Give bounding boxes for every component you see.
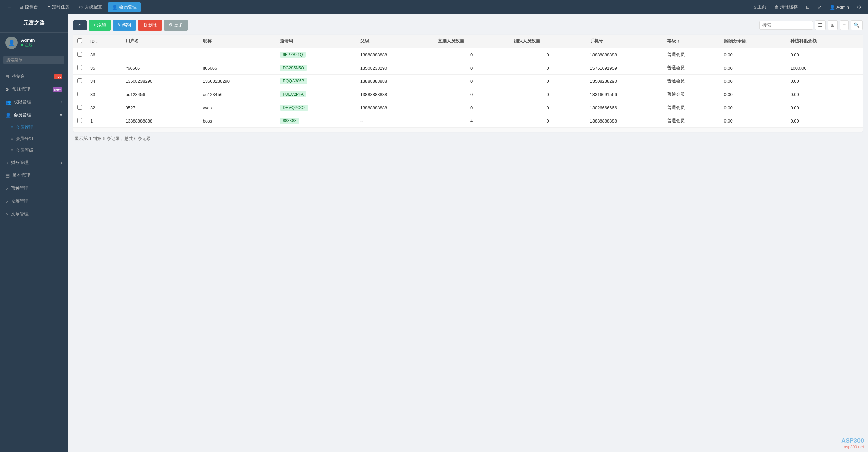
cell-id: 35 [86, 61, 121, 75]
add-button[interactable]: + 添加 [89, 20, 111, 31]
sidebar-item-dashboard[interactable]: ⊞ 控制台 hot [0, 70, 68, 83]
sidebar-subitem-member-level[interactable]: 会员等级 [0, 145, 68, 156]
icon1-button[interactable]: ⊡ [803, 3, 812, 11]
circle-icon [11, 149, 13, 151]
top-nav: ≡ ⊞ 控制台 ≡ 定时任务 ⚙ 系统配置 👤 会员管理 ⌂ 主页 🗑 清除缓存… [0, 0, 868, 14]
cell-username: 9527 [121, 101, 199, 114]
article-menu-icon: ○ [5, 212, 8, 217]
home-link[interactable]: ⌂ 主页 [751, 3, 769, 12]
more-button[interactable]: ⚙ 更多 [164, 20, 188, 31]
nav-member[interactable]: 👤 会员管理 [108, 2, 141, 12]
horizontal-scrollbar[interactable] [73, 128, 863, 132]
cell-phone: 13316691566 [586, 88, 663, 101]
clear-cache-button[interactable]: 🗑 清除缓存 [772, 3, 800, 12]
version-menu-icon: ▤ [5, 173, 10, 178]
cell-direct: 0 [434, 75, 510, 88]
sidebar-menu: ⊞ 控制台 hot ⚙ 常规管理 new 👥 权限管理 › 👤 会员管理 ∨ [0, 67, 68, 452]
chevron-right-icon: › [61, 186, 62, 190]
cell-plant-balance: 0.00 [786, 114, 863, 128]
sidebar-item-finance[interactable]: ○ 财务管理 › [0, 156, 68, 169]
cell-id: 32 [86, 101, 121, 114]
cell-parent: 13888888888 [356, 101, 434, 114]
cell-username: lf66666 [121, 61, 199, 75]
cell-level: 普通会员 [663, 75, 720, 88]
watermark-line1: ASP300 [841, 437, 864, 445]
invite-code-badge: RQQA386B [280, 78, 307, 84]
cell-team: 0 [510, 75, 586, 88]
row-checkbox[interactable] [77, 65, 82, 70]
sidebar-item-label: 会员管理 [14, 112, 31, 118]
col-shop-balance: 购物分余额 [720, 35, 787, 48]
sidebar-search-box [0, 53, 68, 67]
col-plant-balance: 种植补贴余额 [786, 35, 863, 48]
table-row: 32 9527 yyds DHVQPCO2 13888888888 0 0 13… [73, 101, 863, 114]
search-button[interactable]: 🔍 [851, 20, 863, 30]
cell-level: 普通会员 [663, 101, 720, 114]
col-invite-code: 邀请码 [276, 35, 356, 48]
invite-code-badge: DG285N5O [280, 65, 307, 71]
table-row: 36 9FP7B21Q 13888888888 0 0 18888888888 … [73, 48, 863, 61]
cell-plant-balance: 1000.00 [786, 61, 863, 75]
row-checkbox[interactable] [77, 92, 82, 96]
list-view-button[interactable]: ☰ [815, 20, 826, 30]
select-all-checkbox[interactable] [77, 38, 82, 43]
sidebar-item-label: 控制台 [12, 73, 25, 79]
sidebar-item-permission[interactable]: 👥 权限管理 › [0, 96, 68, 109]
row-checkbox[interactable] [77, 118, 82, 123]
row-checkbox-cell [73, 101, 86, 114]
edit-button[interactable]: ✎ 编辑 [113, 20, 136, 31]
cell-nickname: boss [199, 114, 276, 128]
finance-menu-icon: ○ [5, 160, 8, 165]
sidebar-item-label: 币种管理 [11, 185, 29, 191]
nav-dashboard[interactable]: ⊞ 控制台 [15, 2, 42, 12]
sidebar-item-general[interactable]: ⚙ 常规管理 new [0, 83, 68, 96]
sidebar-item-version[interactable]: ▤ 版本管理 [0, 169, 68, 182]
cell-invite-code: FUEV2PFA [276, 88, 356, 101]
data-table-wrap: ID ↕ 用户名 昵称 邀请码 父级 直推人员数量 团队人员数量 手机号 等级 … [73, 35, 863, 132]
cell-team: 0 [510, 48, 586, 61]
watermark-line2: asp300.net [841, 445, 864, 449]
row-checkbox[interactable] [77, 78, 82, 83]
member-menu-icon: 👤 [5, 113, 11, 118]
delete-button[interactable]: 🗑 删除 [138, 20, 162, 31]
cell-phone: 15761691959 [586, 61, 663, 75]
circle-icon [11, 138, 13, 140]
sidebar-item-article[interactable]: ○ 文章管理 [0, 208, 68, 221]
sidebar-item-currency[interactable]: ○ 币种管理 › [0, 182, 68, 195]
search-menu-input[interactable] [3, 56, 64, 64]
sidebar-subitem-member-list[interactable]: 会员管理 [0, 121, 68, 133]
cell-plant-balance: 0.00 [786, 101, 863, 114]
submenu-label: 会员分组 [16, 136, 33, 142]
cell-team: 0 [510, 101, 586, 114]
cell-level: 普通会员 [663, 61, 720, 75]
search-input[interactable] [762, 23, 810, 28]
settings-button[interactable]: ⚙ [854, 3, 864, 11]
cell-id: 33 [86, 88, 121, 101]
cell-nickname [199, 48, 276, 61]
user-info: Admin 在线 [21, 38, 35, 48]
cell-parent: -- [356, 114, 434, 128]
sidebar-subitem-member-group[interactable]: 会员分组 [0, 133, 68, 145]
sidebar-item-label: 众筹管理 [11, 198, 29, 204]
sidebar-item-member-mgmt[interactable]: 👤 会员管理 ∨ [0, 109, 68, 121]
admin-user[interactable]: 👤 Admin [827, 3, 852, 11]
nav-schedule[interactable]: ≡ 定时任务 [43, 2, 74, 12]
invite-code-badge: DHVQPCO2 [280, 105, 308, 111]
cell-invite-code: DHVQPCO2 [276, 101, 356, 114]
fullscreen-button[interactable]: ⤢ [815, 3, 824, 11]
table-header-row: ID ↕ 用户名 昵称 邀请码 父级 直推人员数量 团队人员数量 手机号 等级 … [73, 35, 863, 48]
sidebar-item-crowdfund[interactable]: ○ 众筹管理 › [0, 195, 68, 208]
hamburger-icon[interactable]: ≡ [4, 2, 14, 12]
row-checkbox[interactable] [77, 52, 82, 57]
refresh-button[interactable]: ↻ [73, 20, 87, 30]
cell-nickname: 13508238290 [199, 75, 276, 88]
cell-shop-balance: 0.00 [720, 61, 787, 75]
watermark: ASP300 asp300.net [841, 437, 864, 449]
cell-direct: 4 [434, 114, 510, 128]
currency-menu-icon: ○ [5, 186, 8, 191]
grid-view-button[interactable]: ⊞ [828, 20, 838, 30]
nav-sysconfig[interactable]: ⚙ 系统配置 [75, 2, 107, 12]
avatar: 👤 [5, 37, 18, 49]
columns-button[interactable]: ≡ [840, 20, 849, 30]
row-checkbox[interactable] [77, 105, 82, 110]
